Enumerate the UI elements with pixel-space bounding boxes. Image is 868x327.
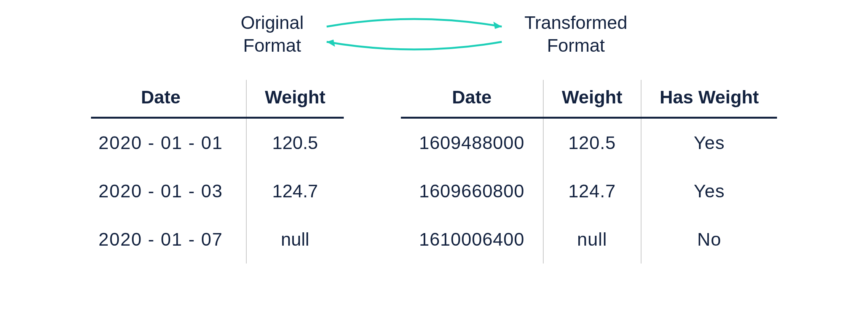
col-header-has-weight: Has Weight (641, 80, 777, 118)
cell-weight: 124.7 (246, 167, 344, 215)
cell-has-weight: Yes (641, 118, 777, 167)
transformed-format-line2: Format (547, 35, 605, 56)
svg-marker-0 (493, 22, 502, 29)
cell-date: 2020 - 01 - 01 (91, 118, 246, 167)
col-header-date: Date (401, 80, 543, 118)
cell-weight: null (246, 215, 344, 264)
table-row: 2020 - 01 - 03 124.7 (91, 167, 344, 215)
col-header-date: Date (91, 80, 246, 118)
cell-date: 2020 - 01 - 07 (91, 215, 246, 264)
cell-weight: null (543, 215, 641, 264)
bidirectional-arrows-icon (319, 11, 509, 57)
table-row: 1609660800 124.7 Yes (401, 167, 777, 215)
table-header-row: Date Weight Has Weight (401, 80, 777, 118)
cell-weight: 120.5 (246, 118, 344, 167)
transformed-format-label: Transformed Format (525, 11, 627, 57)
cell-weight: 124.7 (543, 167, 641, 215)
original-format-label: Original Format (241, 11, 303, 57)
table-header-row: Date Weight (91, 80, 344, 118)
cell-date: 1609488000 (401, 118, 543, 167)
table-row: 2020 - 01 - 01 120.5 (91, 118, 344, 167)
cell-has-weight: Yes (641, 167, 777, 215)
col-header-weight: Weight (543, 80, 641, 118)
header-row: Original Format Transformed Format (0, 11, 868, 57)
cell-has-weight: No (641, 215, 777, 264)
original-format-line2: Format (243, 35, 301, 56)
col-header-weight: Weight (246, 80, 344, 118)
cell-date: 1609660800 (401, 167, 543, 215)
cell-weight: 120.5 (543, 118, 641, 167)
transformed-format-line1: Transformed (525, 13, 627, 33)
diagram-root: Original Format Transformed Format Date … (0, 0, 868, 327)
tables-row: Date Weight 2020 - 01 - 01 120.5 2020 - … (0, 80, 868, 264)
original-format-line1: Original (241, 13, 303, 33)
table-row: 1610006400 null No (401, 215, 777, 264)
svg-marker-1 (327, 40, 335, 47)
transformed-table: Date Weight Has Weight 1609488000 120.5 … (401, 80, 777, 264)
table-row: 1609488000 120.5 Yes (401, 118, 777, 167)
original-table: Date Weight 2020 - 01 - 01 120.5 2020 - … (91, 80, 344, 264)
cell-date: 1610006400 (401, 215, 543, 264)
table-row: 2020 - 01 - 07 null (91, 215, 344, 264)
cell-date: 2020 - 01 - 03 (91, 167, 246, 215)
